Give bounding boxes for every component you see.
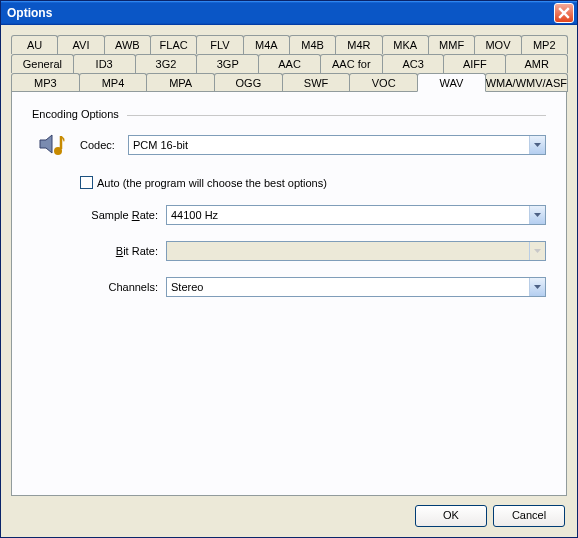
- tab-panel: Encoding Options Codec: PC: [11, 91, 567, 496]
- bit-rate-combo: [166, 241, 546, 261]
- bit-rate-dropdown-button: [529, 242, 545, 260]
- sample-rate-dropdown-button[interactable]: [529, 206, 545, 224]
- audio-icon-container: [32, 130, 72, 160]
- tab-flv[interactable]: FLV: [196, 35, 243, 54]
- tab-wma-wmv-asf[interactable]: WMA/WMV/ASF: [485, 73, 568, 92]
- auto-checkbox[interactable]: [80, 176, 93, 189]
- codec-value: PCM 16-bit: [129, 139, 529, 151]
- tab-mmf[interactable]: MMF: [428, 35, 475, 54]
- codec-combo[interactable]: PCM 16-bit: [128, 135, 546, 155]
- tab-flac[interactable]: FLAC: [150, 35, 197, 54]
- sample-rate-label: Sample Rate:: [80, 209, 158, 221]
- tab-aiff[interactable]: AIFF: [443, 54, 506, 73]
- tab-mpa[interactable]: MPA: [146, 73, 215, 92]
- tab-row-1: AUAVIAWBFLACFLVM4AM4BM4RMKAMMFMOVMP2: [11, 35, 567, 54]
- sample-rate-combo[interactable]: 44100 Hz: [166, 205, 546, 225]
- tab-au[interactable]: AU: [11, 35, 58, 54]
- tab-mp3[interactable]: MP3: [11, 73, 80, 92]
- channels-label: Channels:: [80, 281, 158, 293]
- tab-id3[interactable]: ID3: [73, 54, 136, 73]
- sample-rate-row: Sample Rate: 44100 Hz: [32, 205, 546, 225]
- tab-mka[interactable]: MKA: [382, 35, 429, 54]
- tab-general[interactable]: General: [11, 54, 74, 73]
- channels-row: Channels: Stereo: [32, 277, 546, 297]
- tab-m4a[interactable]: M4A: [243, 35, 290, 54]
- chevron-down-icon: [534, 143, 541, 147]
- titlebar: Options: [1, 1, 577, 25]
- tab-awb[interactable]: AWB: [104, 35, 151, 54]
- bit-rate-row: Bit Rate:: [32, 241, 546, 261]
- content-area: AUAVIAWBFLACFLVM4AM4BM4RMKAMMFMOVMP2 Gen…: [1, 25, 577, 537]
- options-window: Options AUAVIAWBFLACFLVM4AM4BM4RMKAMMFMO…: [0, 0, 578, 538]
- ok-button[interactable]: OK: [415, 505, 487, 527]
- tab-ac3[interactable]: AC3: [382, 54, 445, 73]
- window-title: Options: [7, 6, 52, 20]
- tab-ogg[interactable]: OGG: [214, 73, 283, 92]
- tab-aac[interactable]: AAC: [258, 54, 321, 73]
- tab-mp4[interactable]: MP4: [79, 73, 148, 92]
- bit-rate-label: Bit Rate:: [80, 245, 158, 257]
- tab-m4b[interactable]: M4B: [289, 35, 336, 54]
- auto-label: Auto (the program will choose the best o…: [97, 177, 327, 189]
- tab-swf[interactable]: SWF: [282, 73, 351, 92]
- tab-mp2[interactable]: MP2: [521, 35, 568, 54]
- tab-row-3: MP3MP4MPAOGGSWFVOCWAVWMA/WMV/ASF: [11, 73, 567, 92]
- tab-m4r[interactable]: M4R: [335, 35, 382, 54]
- codec-label: Codec:: [80, 139, 120, 151]
- tabs-container: AUAVIAWBFLACFLVM4AM4BM4RMKAMMFMOVMP2 Gen…: [11, 35, 567, 92]
- cancel-button[interactable]: Cancel: [493, 505, 565, 527]
- tab-3gp[interactable]: 3GP: [196, 54, 259, 73]
- codec-row: Codec: PCM 16-bit: [32, 130, 546, 160]
- tab-voc[interactable]: VOC: [349, 73, 418, 92]
- chevron-down-icon: [534, 213, 541, 217]
- tab-avi[interactable]: AVI: [57, 35, 104, 54]
- tab-amr[interactable]: AMR: [505, 54, 568, 73]
- channels-combo[interactable]: Stereo: [166, 277, 546, 297]
- channels-value: Stereo: [167, 281, 529, 293]
- chevron-down-icon: [534, 249, 541, 253]
- tab-mov[interactable]: MOV: [474, 35, 521, 54]
- chevron-down-icon: [534, 285, 541, 289]
- encoding-group-label: Encoding Options: [32, 108, 546, 120]
- dialog-button-row: OK Cancel: [11, 497, 567, 529]
- tab-3g2[interactable]: 3G2: [135, 54, 198, 73]
- tab-aac-for-ipod-dsi[interactable]: AAC for iPod/DSi: [320, 54, 383, 73]
- close-icon: [558, 7, 570, 19]
- codec-dropdown-button[interactable]: [529, 136, 545, 154]
- close-button[interactable]: [554, 3, 574, 23]
- auto-row: Auto (the program will choose the best o…: [80, 176, 546, 189]
- tab-wav[interactable]: WAV: [417, 73, 486, 92]
- sample-rate-value: 44100 Hz: [167, 209, 529, 221]
- channels-dropdown-button[interactable]: [529, 278, 545, 296]
- speaker-note-icon: [36, 130, 68, 160]
- tab-row-2: GeneralID33G23GPAACAAC for iPod/DSiAC3AI…: [11, 54, 567, 73]
